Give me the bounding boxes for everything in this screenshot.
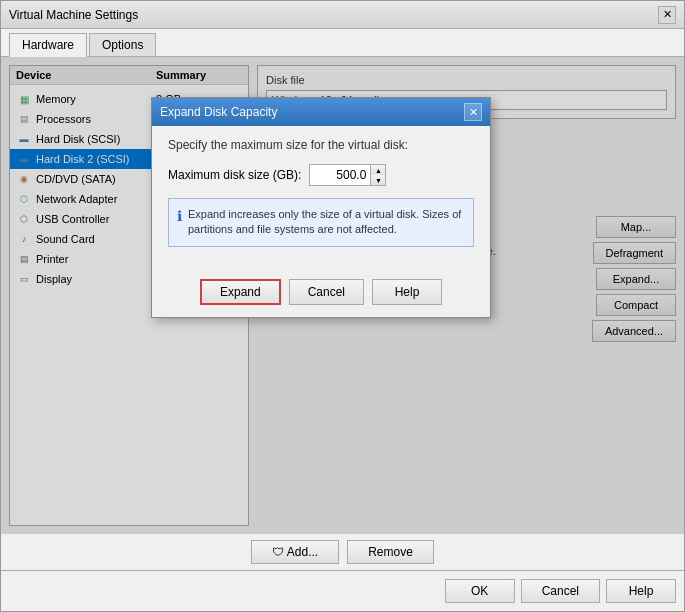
- dialog-title: Expand Disk Capacity: [160, 105, 277, 119]
- spin-up-button[interactable]: ▲: [371, 165, 385, 175]
- help-button[interactable]: Help: [606, 579, 676, 603]
- max-disk-size-input[interactable]: [310, 165, 370, 185]
- dialog-expand-button[interactable]: Expand: [200, 279, 281, 305]
- main-content: Device Summary ▦ Memory 2 GB ▤ Processor…: [1, 57, 684, 534]
- dialog-close-button[interactable]: ✕: [464, 103, 482, 121]
- main-window: Virtual Machine Settings ✕ Hardware Opti…: [0, 0, 685, 612]
- bottom-bar: OK Cancel Help: [1, 570, 684, 611]
- spinbox-container: ▲ ▼: [309, 164, 386, 186]
- cancel-button[interactable]: Cancel: [521, 579, 600, 603]
- dialog-cancel-button[interactable]: Cancel: [289, 279, 364, 305]
- add-button[interactable]: 🛡 Add...: [251, 540, 339, 564]
- dialog-description: Specify the maximum size for the virtual…: [168, 138, 474, 152]
- spinbox-buttons: ▲ ▼: [370, 165, 385, 185]
- add-remove-bar: 🛡 Add... Remove: [1, 534, 684, 570]
- dialog-help-button[interactable]: Help: [372, 279, 442, 305]
- dialog-footer: Expand Cancel Help: [152, 271, 490, 317]
- tab-options[interactable]: Options: [89, 33, 156, 56]
- remove-button[interactable]: Remove: [347, 540, 434, 564]
- close-button[interactable]: ✕: [658, 6, 676, 24]
- info-icon: ℹ: [177, 207, 182, 238]
- tab-hardware[interactable]: Hardware: [9, 33, 87, 57]
- max-disk-size-row: Maximum disk size (GB): ▲ ▼: [168, 164, 474, 186]
- info-box: ℹ Expand increases only the size of a vi…: [168, 198, 474, 247]
- dialog-body: Specify the maximum size for the virtual…: [152, 126, 490, 271]
- expand-disk-dialog: Expand Disk Capacity ✕ Specify the maxim…: [151, 97, 491, 318]
- title-bar: Virtual Machine Settings ✕: [1, 1, 684, 29]
- tabs-bar: Hardware Options: [1, 29, 684, 57]
- window-title: Virtual Machine Settings: [9, 8, 138, 22]
- ok-button[interactable]: OK: [445, 579, 515, 603]
- dialog-title-bar: Expand Disk Capacity ✕: [152, 98, 490, 126]
- dialog-overlay: Expand Disk Capacity ✕ Specify the maxim…: [1, 57, 684, 534]
- add-icon: 🛡: [272, 545, 287, 559]
- spin-down-button[interactable]: ▼: [371, 175, 385, 185]
- info-text: Expand increases only the size of a virt…: [188, 207, 465, 238]
- max-disk-size-label: Maximum disk size (GB):: [168, 168, 301, 182]
